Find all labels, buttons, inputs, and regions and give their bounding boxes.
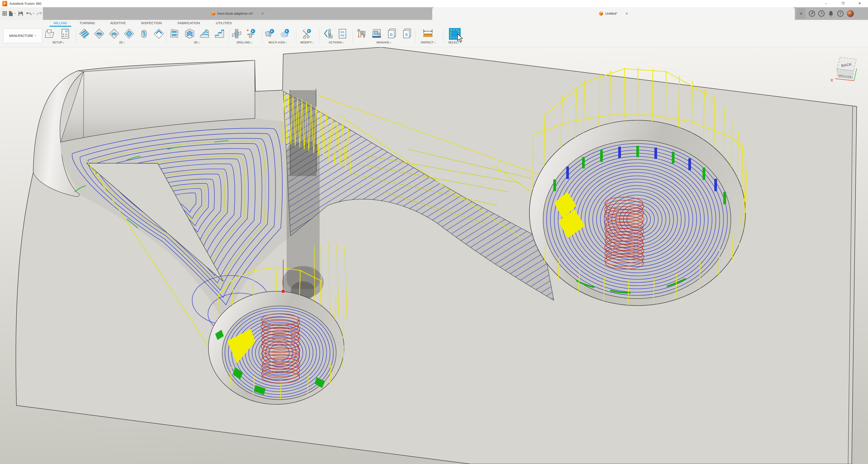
- new-setup-icon[interactable]: [45, 29, 55, 39]
- simulate-icon[interactable]: [323, 29, 334, 39]
- document-icon: [211, 11, 215, 16]
- tool-library-icon[interactable]: [356, 29, 367, 39]
- restore-button[interactable]: ❐: [835, 0, 851, 7]
- title-bar: F Autodesk Fusion 360 – ❐ ✕: [0, 0, 868, 7]
- flat-icon[interactable]: [214, 29, 225, 39]
- redo-icon[interactable]: [37, 11, 42, 16]
- group-setup-label[interactable]: SETUP ▾: [43, 41, 73, 44]
- job-status-icon[interactable]: [818, 10, 825, 17]
- document-tab-label: horni drzak adaptivne v3*: [217, 12, 253, 16]
- face-icon[interactable]: [79, 29, 90, 39]
- steep-and-shallow-icon[interactable]: [199, 29, 210, 39]
- save-icon[interactable]: [18, 11, 23, 16]
- tab-additive[interactable]: ADDITIVE: [104, 20, 131, 27]
- 2d-contour-icon[interactable]: [124, 29, 134, 39]
- adaptive-clearing-icon[interactable]: [169, 29, 180, 39]
- new-tab-button[interactable]: +: [797, 8, 806, 19]
- window-title: Autodesk Fusion 360: [9, 0, 41, 7]
- 2d-pocket-icon[interactable]: [109, 29, 119, 39]
- swarf-icon[interactable]: [265, 29, 275, 39]
- undo-icon[interactable]: [26, 11, 32, 16]
- workspace-switcher[interactable]: MANUFACTURE▾: [3, 28, 42, 43]
- rotary-icon[interactable]: [279, 29, 290, 39]
- drill-icon[interactable]: [231, 29, 242, 39]
- group-3d-label[interactable]: 3D ▾: [168, 41, 225, 44]
- pocket-clearing-icon[interactable]: [184, 29, 195, 39]
- group-drilling: DRILLING ▾: [231, 27, 258, 47]
- group-3d: 3D ▾: [168, 27, 225, 47]
- group-inspect: INSPECT ▾: [418, 27, 438, 47]
- tab-fabrication[interactable]: FABRICATION: [175, 20, 202, 27]
- fusion-logo-icon: F: [2, 1, 7, 6]
- fusion-window: F Autodesk Fusion 360 – ❐ ✕ ▾ ▾: [0, 0, 868, 464]
- file-menu-icon[interactable]: [8, 11, 13, 16]
- document-tab-1[interactable]: horni drzak adaptivne v3* ✕: [43, 7, 432, 20]
- viewport-canvas[interactable]: BACK BOTTOM X: [0, 47, 868, 464]
- group-2d: 2D ▾: [78, 27, 166, 47]
- group-actions: G1G2 ACTIONS ▾: [323, 27, 349, 47]
- 2d-adaptive-icon[interactable]: [94, 29, 104, 39]
- extensions-icon[interactable]: [809, 10, 815, 17]
- setup-sheet-icon[interactable]: G: [60, 29, 70, 39]
- document-icon: [599, 11, 603, 16]
- undo-caret[interactable]: ▾: [33, 12, 34, 15]
- nc-programs-icon[interactable]: G: [386, 29, 397, 39]
- quick-access-toolbar: ▾ ▾ ▾: [0, 7, 43, 20]
- ribbon-toolbar: MANUFACTURE▾ G SETUP ▾: [0, 27, 868, 47]
- tab-close-icon[interactable]: ✕: [625, 12, 628, 16]
- group-2d-label[interactable]: 2D ▾: [78, 41, 166, 44]
- templates-icon[interactable]: S: [402, 29, 412, 39]
- notifications-icon[interactable]: [828, 10, 834, 17]
- document-tab-2[interactable]: Untitled* ✕: [432, 7, 795, 20]
- measure-icon[interactable]: [423, 29, 433, 39]
- group-multiaxis-label[interactable]: MULTI-AXIS ▾: [264, 41, 291, 44]
- svg-text:G1: G1: [340, 30, 344, 34]
- document-tab-strip: horni drzak adaptivne v3* ✕ Untitled* ✕ …: [43, 7, 868, 20]
- document-tab-label: Untitled*: [605, 12, 617, 16]
- help-icon[interactable]: ?: [837, 10, 844, 17]
- group-multiaxis: MULTI-AXIS ▾: [264, 27, 291, 47]
- tab-inspection[interactable]: INSPECTION: [138, 20, 165, 27]
- svg-text:G: G: [65, 29, 68, 33]
- minimize-button[interactable]: –: [818, 0, 835, 7]
- app-grid-icon[interactable]: [2, 11, 7, 16]
- tool-tip-mark: [282, 290, 285, 293]
- tab-turning[interactable]: TURNING: [74, 20, 101, 27]
- bore-icon[interactable]: [139, 29, 149, 39]
- mouse-cursor: [457, 33, 463, 42]
- group-manage-label[interactable]: MANAGE ▾: [355, 41, 413, 44]
- group-manage: G S MANAGE ▾: [355, 27, 413, 47]
- group-inspect-label[interactable]: INSPECT ▾: [418, 41, 438, 44]
- cam-toolpath-scene: BACK BOTTOM X: [0, 47, 868, 464]
- ribbon-tab-bar: MILLING TURNING ADDITIVE INSPECTION FABR…: [0, 20, 868, 27]
- post-process-icon[interactable]: G1G2: [337, 29, 348, 39]
- group-setup: G SETUP ▾: [43, 27, 73, 47]
- tab-utilities[interactable]: UTILITIES: [210, 20, 237, 27]
- workspace-caret: ▾: [35, 35, 36, 37]
- machine-library-icon[interactable]: [371, 29, 382, 39]
- svg-text:G: G: [390, 33, 393, 37]
- svg-text:S: S: [405, 33, 408, 37]
- engrave-icon[interactable]: [154, 29, 164, 39]
- svg-text:G2: G2: [340, 34, 344, 37]
- group-actions-label[interactable]: ACTIONS ▾: [323, 41, 349, 44]
- file-menu-caret[interactable]: ▾: [14, 12, 16, 15]
- tab-milling[interactable]: MILLING: [47, 20, 74, 27]
- group-modify-label[interactable]: MODIFY ▾: [299, 41, 315, 44]
- trim-toolpath-icon[interactable]: [302, 29, 312, 39]
- group-drilling-label[interactable]: DRILLING ▾: [231, 41, 258, 44]
- account-avatar[interactable]: [847, 10, 854, 17]
- hole-recognition-icon[interactable]: [246, 29, 256, 39]
- tab-close-icon[interactable]: ✕: [261, 12, 264, 16]
- group-modify: MODIFY ▾: [299, 27, 315, 47]
- application-bar: ▾ ▾ ▾ horni drzak adaptivne v3* ✕ Untitl…: [0, 7, 868, 20]
- close-button[interactable]: ✕: [851, 0, 868, 7]
- x-axis-label: X: [831, 78, 833, 83]
